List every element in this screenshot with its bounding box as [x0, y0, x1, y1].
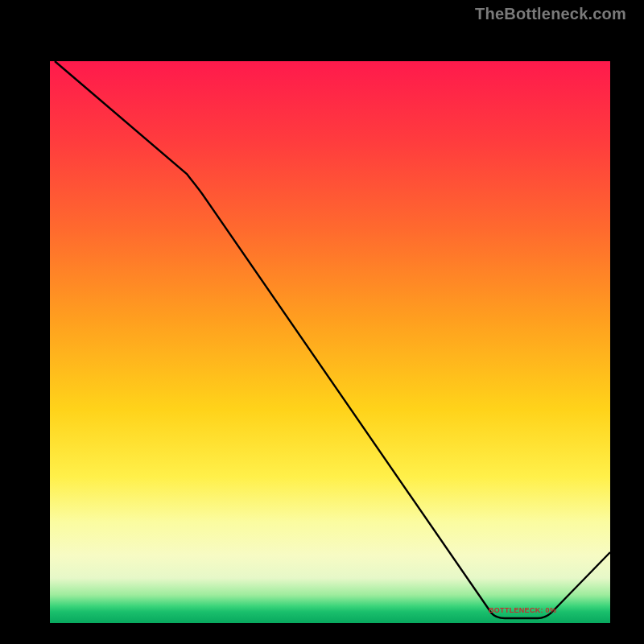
- chart-curve-svg: [50, 61, 610, 623]
- chart-frame: BOTTLENECK: 0%: [16, 24, 628, 636]
- bottleneck-curve-path: [55, 61, 610, 618]
- optimal-band-label: BOTTLENECK: 0%: [489, 606, 556, 614]
- watermark-text: TheBottleneck.com: [475, 5, 626, 23]
- chart-plot-area: BOTTLENECK: 0%: [50, 61, 610, 623]
